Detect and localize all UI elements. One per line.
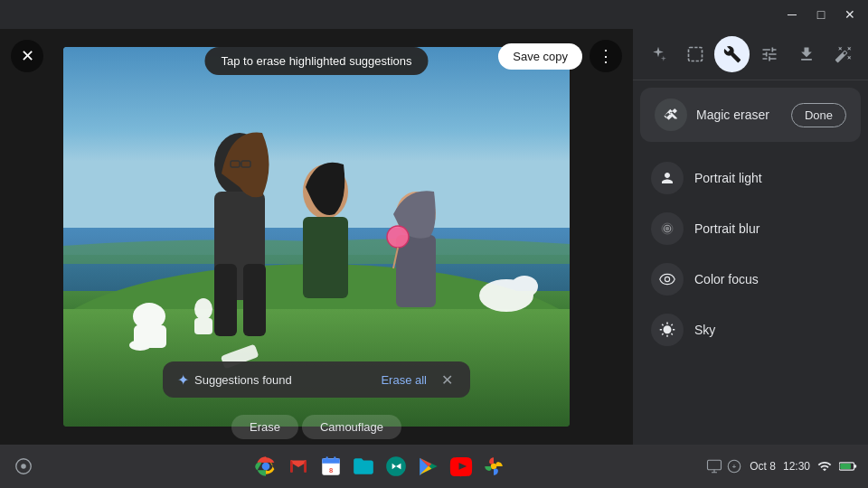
calendar-icon[interactable]: 8 <box>318 454 344 479</box>
svg-rect-26 <box>688 48 702 61</box>
taskbar-center: 8 <box>65 454 694 479</box>
svg-rect-12 <box>303 217 348 298</box>
suggestions-bar: ✦ Suggestions found Erase all ✕ <box>163 361 470 398</box>
main-container: ✕ Save copy ⋮ Tap to erase highlighted s… <box>0 29 868 445</box>
camouflage-tab[interactable]: Camouflage <box>302 415 401 439</box>
suggestions-label: Suggestions found <box>194 373 292 387</box>
erase-tab[interactable]: Erase <box>231 415 298 439</box>
chrome-icon[interactable] <box>253 454 278 479</box>
battery-icon <box>839 461 857 472</box>
screen-icon <box>706 458 722 474</box>
play-icon[interactable] <box>416 454 441 479</box>
sparkle-tool-button[interactable] <box>640 36 675 72</box>
more-options-button[interactable]: ⋮ <box>590 40 622 72</box>
svg-point-32 <box>21 464 26 469</box>
close-photo-button[interactable]: ✕ <box>11 40 43 72</box>
sky-label: Sky <box>694 323 715 337</box>
panel-toolbar <box>633 29 868 80</box>
svg-rect-40 <box>708 460 722 470</box>
taskbar-left <box>11 454 65 479</box>
gmail-icon[interactable] <box>286 454 311 479</box>
portrait-light-icon <box>651 162 684 194</box>
save-copy-button[interactable]: Save copy <box>498 43 582 70</box>
files-icon[interactable] <box>351 454 376 479</box>
color-focus-item[interactable]: Color focus <box>640 254 861 305</box>
svg-point-27 <box>665 227 670 231</box>
svg-point-33 <box>262 463 270 471</box>
wifi-icon <box>817 459 832 474</box>
svg-rect-35 <box>322 458 340 463</box>
erase-all-link[interactable]: Erase all <box>381 373 427 387</box>
select-tool-button[interactable] <box>677 36 712 72</box>
mode-tabs: Erase Camouflage <box>231 415 401 439</box>
magic-eraser-label: Magic eraser <box>696 108 782 122</box>
tool-list: Portrait light Portrait blur <box>633 149 868 359</box>
svg-point-20 <box>129 340 151 351</box>
svg-point-30 <box>665 277 669 281</box>
svg-rect-36 <box>326 456 328 460</box>
minimize-button[interactable]: ─ <box>778 0 807 29</box>
meet-icon[interactable] <box>383 454 409 479</box>
close-button[interactable]: ✕ <box>835 0 864 29</box>
wrench-tool-button[interactable] <box>714 36 750 72</box>
youtube-icon[interactable] <box>448 454 474 479</box>
sparkle-icon: ✦ <box>177 371 189 389</box>
magic-tool-button[interactable] <box>826 36 861 72</box>
svg-point-24 <box>511 276 538 297</box>
maximize-button[interactable]: □ <box>807 0 835 29</box>
portrait-light-label: Portrait light <box>694 171 762 185</box>
svg-text:+: + <box>732 463 737 471</box>
svg-rect-22 <box>194 318 212 334</box>
portrait-light-item[interactable]: Portrait light <box>640 153 861 203</box>
title-bar: ─ □ ✕ <box>0 0 868 29</box>
photos-icon[interactable] <box>481 454 506 479</box>
notification-icon[interactable]: + <box>726 458 742 474</box>
done-button[interactable]: Done <box>791 103 846 127</box>
svg-rect-44 <box>854 465 857 467</box>
photo-area: ✕ Save copy ⋮ Tap to erase highlighted s… <box>0 29 633 445</box>
taskbar-time: 12:30 <box>783 460 810 473</box>
portrait-blur-item[interactable]: Portrait blur <box>640 203 861 254</box>
erase-tooltip: Tap to erase highlighted suggestions <box>204 47 428 75</box>
taskbar: 8 <box>0 445 868 488</box>
svg-rect-6 <box>214 264 237 336</box>
portrait-blur-label: Portrait blur <box>694 221 760 236</box>
export-tool-button[interactable] <box>788 36 824 72</box>
sky-icon <box>651 314 684 346</box>
suggestions-text: ✦ Suggestions found <box>177 371 370 389</box>
eraser-icon <box>655 99 687 131</box>
magic-eraser-header: Magic eraser Done <box>640 88 861 142</box>
color-focus-icon <box>651 263 684 296</box>
right-panel: Magic eraser Done Portrait light <box>633 29 868 445</box>
sky-item[interactable]: Sky <box>640 305 861 355</box>
svg-rect-37 <box>334 456 335 460</box>
taskbar-date: Oct 8 <box>750 460 776 473</box>
svg-rect-45 <box>840 464 851 469</box>
svg-text:8: 8 <box>329 466 333 474</box>
system-tray-icon[interactable] <box>11 454 36 479</box>
svg-point-21 <box>194 298 212 320</box>
portrait-blur-icon <box>651 212 684 245</box>
taskbar-right: + Oct 8 12:30 <box>694 458 857 474</box>
close-suggestions-button[interactable]: ✕ <box>438 371 456 389</box>
svg-rect-7 <box>243 264 266 336</box>
sliders-tool-button[interactable] <box>751 36 787 72</box>
color-focus-label: Color focus <box>694 272 759 286</box>
photo-toolbar: Save copy ⋮ <box>498 40 622 72</box>
